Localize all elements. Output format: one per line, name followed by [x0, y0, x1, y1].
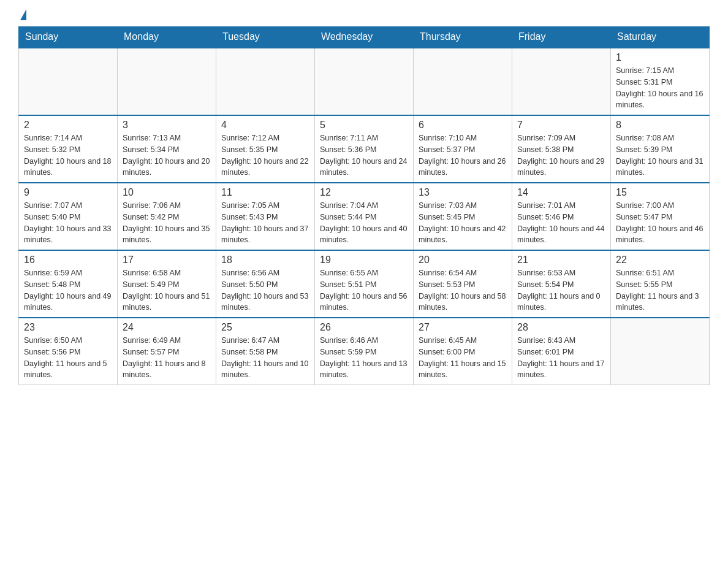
calendar-week-row: 2Sunrise: 7:14 AMSunset: 5:32 PMDaylight…	[19, 115, 710, 183]
calendar-day-cell: 21Sunrise: 6:53 AMSunset: 5:54 PMDayligh…	[512, 250, 611, 318]
day-of-week-header: Friday	[512, 26, 611, 48]
calendar-day-cell: 8Sunrise: 7:08 AMSunset: 5:39 PMDaylight…	[611, 115, 710, 183]
day-info: Sunrise: 7:03 AMSunset: 5:45 PMDaylight:…	[419, 200, 507, 246]
logo-triangle-icon	[20, 9, 26, 20]
calendar-day-cell: 14Sunrise: 7:01 AMSunset: 5:46 PMDayligh…	[512, 183, 611, 250]
calendar-day-cell: 13Sunrise: 7:03 AMSunset: 5:45 PMDayligh…	[414, 183, 512, 250]
calendar-day-cell: 4Sunrise: 7:12 AMSunset: 5:35 PMDaylight…	[216, 115, 315, 183]
day-number: 6	[419, 120, 507, 131]
calendar-day-cell: 24Sunrise: 6:49 AMSunset: 5:57 PMDayligh…	[118, 318, 216, 385]
day-of-week-header: Monday	[118, 26, 216, 48]
day-info: Sunrise: 7:01 AMSunset: 5:46 PMDaylight:…	[517, 200, 605, 246]
calendar-day-cell: 23Sunrise: 6:50 AMSunset: 5:56 PMDayligh…	[19, 318, 118, 385]
calendar-day-cell	[118, 48, 216, 115]
day-info: Sunrise: 6:51 AMSunset: 5:55 PMDaylight:…	[616, 267, 704, 313]
calendar-day-cell: 7Sunrise: 7:09 AMSunset: 5:38 PMDaylight…	[512, 115, 611, 183]
calendar-day-cell: 22Sunrise: 6:51 AMSunset: 5:55 PMDayligh…	[611, 250, 710, 318]
day-number: 1	[616, 52, 704, 63]
day-number: 10	[123, 187, 211, 198]
day-number: 4	[221, 120, 309, 131]
day-info: Sunrise: 7:10 AMSunset: 5:37 PMDaylight:…	[419, 132, 507, 178]
day-number: 12	[320, 187, 408, 198]
calendar-day-cell: 5Sunrise: 7:11 AMSunset: 5:36 PMDaylight…	[315, 115, 414, 183]
day-info: Sunrise: 7:07 AMSunset: 5:40 PMDaylight:…	[24, 200, 112, 246]
calendar-day-cell: 6Sunrise: 7:10 AMSunset: 5:37 PMDaylight…	[414, 115, 512, 183]
calendar-day-cell: 18Sunrise: 6:56 AMSunset: 5:50 PMDayligh…	[216, 250, 315, 318]
calendar-week-row: 23Sunrise: 6:50 AMSunset: 5:56 PMDayligh…	[19, 318, 710, 385]
calendar-day-cell: 2Sunrise: 7:14 AMSunset: 5:32 PMDaylight…	[19, 115, 118, 183]
day-info: Sunrise: 6:54 AMSunset: 5:53 PMDaylight:…	[419, 267, 507, 313]
day-info: Sunrise: 7:08 AMSunset: 5:39 PMDaylight:…	[616, 132, 704, 178]
calendar-day-cell	[216, 48, 315, 115]
day-info: Sunrise: 7:04 AMSunset: 5:44 PMDaylight:…	[320, 200, 408, 246]
day-of-week-header: Sunday	[19, 26, 118, 48]
calendar-day-cell: 9Sunrise: 7:07 AMSunset: 5:40 PMDaylight…	[19, 183, 118, 250]
day-info: Sunrise: 6:50 AMSunset: 5:56 PMDaylight:…	[24, 335, 112, 381]
day-of-week-header: Tuesday	[216, 26, 315, 48]
day-number: 18	[221, 255, 309, 266]
day-number: 27	[419, 322, 507, 333]
calendar-day-cell: 11Sunrise: 7:05 AMSunset: 5:43 PMDayligh…	[216, 183, 315, 250]
calendar-day-cell: 17Sunrise: 6:58 AMSunset: 5:49 PMDayligh…	[118, 250, 216, 318]
day-info: Sunrise: 6:53 AMSunset: 5:54 PMDaylight:…	[517, 267, 605, 313]
day-number: 16	[24, 255, 112, 266]
day-info: Sunrise: 6:56 AMSunset: 5:50 PMDaylight:…	[221, 267, 309, 313]
day-info: Sunrise: 6:47 AMSunset: 5:58 PMDaylight:…	[221, 335, 309, 381]
day-number: 14	[517, 187, 605, 198]
day-info: Sunrise: 7:11 AMSunset: 5:36 PMDaylight:…	[320, 132, 408, 178]
day-info: Sunrise: 6:55 AMSunset: 5:51 PMDaylight:…	[320, 267, 408, 313]
calendar-day-cell: 19Sunrise: 6:55 AMSunset: 5:51 PMDayligh…	[315, 250, 414, 318]
calendar-day-cell	[19, 48, 118, 115]
calendar-header-row: SundayMondayTuesdayWednesdayThursdayFrid…	[19, 26, 710, 48]
day-number: 5	[320, 120, 408, 131]
calendar-day-cell	[611, 318, 710, 385]
calendar-day-cell: 20Sunrise: 6:54 AMSunset: 5:53 PMDayligh…	[414, 250, 512, 318]
day-number: 28	[517, 322, 605, 333]
calendar-day-cell: 26Sunrise: 6:46 AMSunset: 5:59 PMDayligh…	[315, 318, 414, 385]
day-info: Sunrise: 7:15 AMSunset: 5:31 PMDaylight:…	[616, 65, 704, 111]
day-number: 15	[616, 187, 704, 198]
day-number: 7	[517, 120, 605, 131]
calendar-day-cell	[414, 48, 512, 115]
calendar-day-cell: 27Sunrise: 6:45 AMSunset: 6:00 PMDayligh…	[414, 318, 512, 385]
calendar-day-cell: 3Sunrise: 7:13 AMSunset: 5:34 PMDaylight…	[118, 115, 216, 183]
day-info: Sunrise: 7:14 AMSunset: 5:32 PMDaylight:…	[24, 132, 112, 178]
day-info: Sunrise: 6:58 AMSunset: 5:49 PMDaylight:…	[123, 267, 211, 313]
day-number: 22	[616, 255, 704, 266]
day-number: 13	[419, 187, 507, 198]
day-info: Sunrise: 7:06 AMSunset: 5:42 PMDaylight:…	[123, 200, 211, 246]
day-info: Sunrise: 6:46 AMSunset: 5:59 PMDaylight:…	[320, 335, 408, 381]
day-info: Sunrise: 7:12 AMSunset: 5:35 PMDaylight:…	[221, 132, 309, 178]
logo	[18, 12, 26, 20]
day-number: 8	[616, 120, 704, 131]
day-number: 25	[221, 322, 309, 333]
calendar-day-cell: 15Sunrise: 7:00 AMSunset: 5:47 PMDayligh…	[611, 183, 710, 250]
day-number: 24	[123, 322, 211, 333]
calendar-day-cell: 12Sunrise: 7:04 AMSunset: 5:44 PMDayligh…	[315, 183, 414, 250]
day-info: Sunrise: 7:05 AMSunset: 5:43 PMDaylight:…	[221, 200, 309, 246]
day-number: 23	[24, 322, 112, 333]
day-number: 20	[419, 255, 507, 266]
day-info: Sunrise: 6:49 AMSunset: 5:57 PMDaylight:…	[123, 335, 211, 381]
calendar-day-cell: 28Sunrise: 6:43 AMSunset: 6:01 PMDayligh…	[512, 318, 611, 385]
day-number: 3	[123, 120, 211, 131]
calendar-week-row: 1Sunrise: 7:15 AMSunset: 5:31 PMDaylight…	[19, 48, 710, 115]
day-number: 19	[320, 255, 408, 266]
day-number: 21	[517, 255, 605, 266]
calendar-day-cell: 16Sunrise: 6:59 AMSunset: 5:48 PMDayligh…	[19, 250, 118, 318]
calendar-day-cell: 25Sunrise: 6:47 AMSunset: 5:58 PMDayligh…	[216, 318, 315, 385]
day-number: 2	[24, 120, 112, 131]
calendar-table: SundayMondayTuesdayWednesdayThursdayFrid…	[18, 26, 710, 385]
day-info: Sunrise: 7:09 AMSunset: 5:38 PMDaylight:…	[517, 132, 605, 178]
calendar-day-cell	[315, 48, 414, 115]
page-header	[18, 12, 710, 20]
day-number: 9	[24, 187, 112, 198]
day-number: 11	[221, 187, 309, 198]
calendar-day-cell: 10Sunrise: 7:06 AMSunset: 5:42 PMDayligh…	[118, 183, 216, 250]
day-of-week-header: Saturday	[611, 26, 710, 48]
day-number: 17	[123, 255, 211, 266]
day-info: Sunrise: 6:45 AMSunset: 6:00 PMDaylight:…	[419, 335, 507, 381]
calendar-week-row: 9Sunrise: 7:07 AMSunset: 5:40 PMDaylight…	[19, 183, 710, 250]
day-of-week-header: Wednesday	[315, 26, 414, 48]
day-of-week-header: Thursday	[414, 26, 512, 48]
